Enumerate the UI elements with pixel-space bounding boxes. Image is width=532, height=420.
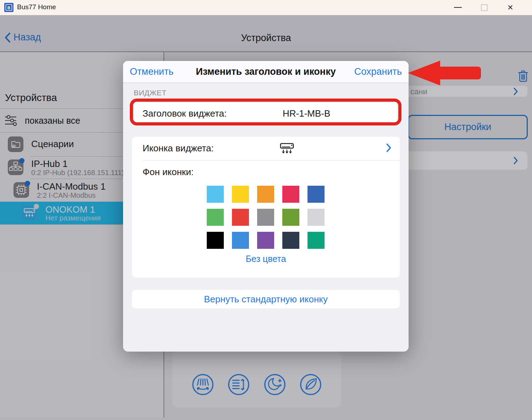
red-highlight-box (130, 99, 401, 125)
app-icon: B (4, 3, 13, 12)
color-swatch[interactable] (307, 186, 325, 203)
minimize-button[interactable] (450, 0, 466, 15)
window-titlebar: B Bus77 Home × (0, 0, 532, 15)
divider (143, 160, 400, 161)
color-swatch[interactable] (307, 209, 325, 226)
chevron-right-icon[interactable] (386, 143, 392, 152)
color-swatch[interactable] (207, 232, 224, 249)
color-swatch[interactable] (207, 209, 224, 226)
icon-settings-card: Иконка виджета: Фон иконки: (132, 137, 400, 278)
dialog-header: Отменить Изменить заголовок и иконку Сох… (123, 61, 409, 83)
color-swatch[interactable] (307, 232, 325, 249)
section-label: ВИДЖЕТ (134, 89, 167, 97)
color-swatch[interactable] (282, 209, 299, 226)
maximize-button[interactable] (476, 0, 492, 15)
save-button[interactable]: Сохранить (354, 66, 402, 77)
color-swatch[interactable] (232, 232, 249, 249)
app-window: Назад Устройства Устройства + показаны в… (0, 0, 532, 420)
reset-icon-button[interactable]: Вернуть стандартную иконку (132, 290, 400, 308)
color-swatch[interactable] (232, 209, 249, 226)
color-swatch[interactable] (207, 186, 224, 203)
color-swatch[interactable] (257, 186, 274, 203)
svg-text:B: B (7, 6, 10, 10)
close-button[interactable]: × (502, 0, 519, 15)
ac-unit-icon[interactable] (280, 142, 294, 155)
window-title: Bus77 Home (17, 3, 56, 11)
color-swatch[interactable] (257, 209, 274, 226)
no-color-link[interactable]: Без цвета (132, 254, 400, 264)
red-arrow-annotation (408, 61, 483, 85)
color-swatch[interactable] (282, 232, 299, 249)
color-swatch-grid (207, 186, 325, 255)
color-swatch[interactable] (282, 186, 299, 203)
color-swatch[interactable] (232, 186, 249, 203)
icon-background-label: Фон иконки: (143, 167, 194, 178)
color-swatch[interactable] (257, 232, 274, 249)
widget-icon-label: Иконка виджета: (143, 143, 214, 154)
